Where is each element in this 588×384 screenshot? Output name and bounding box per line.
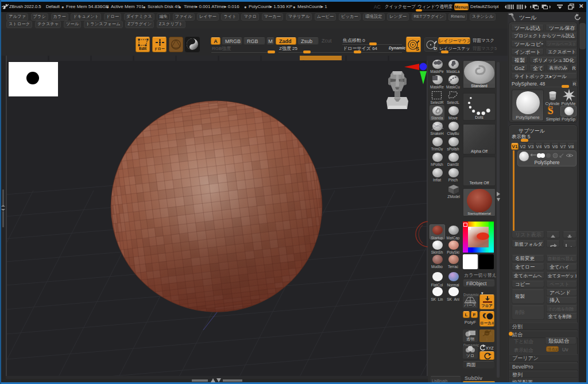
svg-text:S: S [548, 106, 553, 115]
svg-text:XYZ: XYZ [486, 346, 494, 350]
